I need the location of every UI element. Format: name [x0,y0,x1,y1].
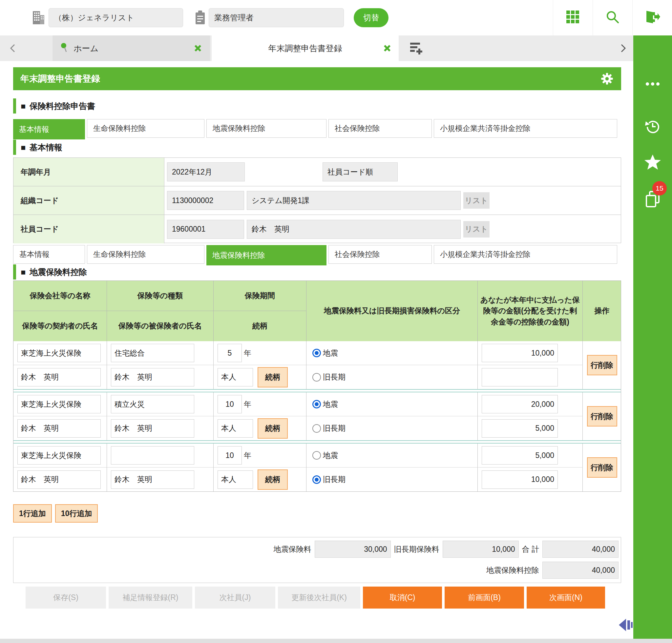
role-icon [194,10,206,26]
insured-input[interactable] [111,368,194,387]
kind-input[interactable] [111,446,194,464]
amount-earthquake-input[interactable] [482,344,558,362]
tab-basic-info-bottom[interactable]: 基本情報 [13,245,85,264]
tab-scroll-right-icon[interactable] [620,43,627,54]
delete-row-button[interactable]: 行削除 [587,406,617,426]
amount-old-input[interactable] [482,419,558,438]
emp-name-value: 鈴木 英明 [247,220,461,239]
company-input[interactable] [17,446,101,464]
kind-input[interactable] [111,395,194,413]
supplement-info-button[interactable]: 補足情報登録(R) [109,586,192,609]
search-icon [605,10,620,26]
more-options-icon[interactable] [633,81,672,87]
page-title-bar: 年末調整申告書登録 [13,67,621,90]
earthquake-radio[interactable] [312,400,321,409]
company-input[interactable] [17,395,101,413]
topbar: （株）ジェネラリスト 業務管理者 切替 [0,0,672,35]
period-input[interactable] [218,446,242,464]
earthquake-radio[interactable] [312,349,321,357]
collapse-arrow-icon[interactable] [618,618,633,633]
old-longterm-radio-label: 旧長期 [323,474,346,485]
amount-old-input[interactable] [482,368,558,387]
next-screen-button[interactable]: 次画面(N) [527,586,605,609]
relation-button[interactable]: 続柄 [257,367,288,387]
contractor-input[interactable] [17,419,101,438]
earthquake-radio[interactable] [312,451,321,460]
contractor-input[interactable] [17,471,101,489]
nencho-label: 年調年月 [13,158,164,186]
logout-button[interactable] [632,0,672,35]
apps-grid-button[interactable] [553,0,592,35]
relation-button[interactable]: 続柄 [257,418,288,439]
add-tab-icon[interactable] [409,42,424,57]
row-divider [13,389,621,392]
insured-input[interactable] [111,471,194,489]
tab-small-business-top[interactable]: 小規模企業共済等掛金控除 [434,119,617,138]
tab-earthquake-insurance-bottom[interactable]: 地震保険料控除 [206,245,326,265]
tab-home[interactable]: ホーム [52,35,210,61]
tab-small-business-bottom[interactable]: 小規模企業共済等掛金控除 [434,245,617,264]
tab-social-insurance-bottom[interactable]: 社会保険控除 [328,245,432,264]
section-basic-info-label: 基本情報 [29,142,62,153]
relation-input[interactable] [218,419,253,438]
copy-pages-icon[interactable] [633,190,672,209]
tab-current-close-icon[interactable] [383,44,392,52]
cancel-button[interactable]: 取消(C) [363,586,442,609]
year-suffix: 年 [244,450,251,461]
amount-old-input[interactable] [482,471,558,489]
tab-social-insurance-top[interactable]: 社会保険控除 [328,119,432,138]
building-icon [32,10,46,26]
table-row-group: 年 地震 行削除 続柄 旧長期 [13,444,621,492]
role-field[interactable]: 業務管理者 [209,8,344,27]
tab-life-insurance-top[interactable]: 生命保険料控除 [87,119,204,138]
old-longterm-radio[interactable] [312,475,321,484]
insured-input[interactable] [111,419,194,438]
pin-icon [60,43,68,54]
relation-input[interactable] [218,368,253,387]
tab-home-close-icon[interactable] [194,44,202,52]
add-one-row-button[interactable]: 1行追加 [13,504,52,523]
period-input[interactable] [218,395,242,413]
switch-button[interactable]: 切替 [354,8,388,27]
prev-screen-button[interactable]: 前画面(B) [445,586,524,609]
tab-scroll-left-icon[interactable] [9,43,16,54]
main-content: 年末調整申告書登録 ■ 保険料控除申告書 基本情報 生命保険料控除 地震保険料控… [0,61,633,643]
gear-icon[interactable] [600,72,614,86]
delete-row-button[interactable]: 行削除 [587,457,617,478]
relation-button[interactable]: 続柄 [257,470,288,490]
delete-row-button[interactable]: 行削除 [587,355,617,375]
kind-input[interactable] [111,344,194,362]
tab-earthquake-insurance-top[interactable]: 地震保険料控除 [206,119,326,138]
update-next-employee-button[interactable]: 更新後次社員(K) [278,586,360,609]
search-button[interactable] [592,0,632,35]
org-code-label: 組織コード [13,186,164,215]
topbar-icons [553,0,672,35]
amount-earthquake-input[interactable] [482,446,558,464]
tab-home-label: ホーム [73,43,98,54]
old-longterm-radio[interactable] [312,424,321,433]
period-input[interactable] [218,344,242,362]
nencho-value: 2022年12月 [167,162,245,181]
add-ten-rows-button[interactable]: 10行追加 [55,504,98,523]
form-row-org: 組織コード 1130000002 システム開発1課 リスト [13,186,621,215]
contractor-input[interactable] [17,368,101,387]
header-category: 地震保険料又は旧長期損害保険料の区分 [307,281,478,341]
header-operation: 操作 [583,281,621,341]
save-button[interactable]: 保存(S) [26,586,106,609]
next-employee-button[interactable]: 次社員(J) [195,586,275,609]
emp-list-button[interactable]: リスト [463,221,490,238]
favorite-star-icon[interactable] [633,154,672,171]
form-row-emp: 社員コード 19600001 鈴木 英明 リスト [13,215,621,243]
relation-input[interactable] [218,471,253,489]
history-icon[interactable] [633,118,672,135]
old-longterm-radio[interactable] [312,373,321,381]
tab-life-insurance-bottom[interactable]: 生命保険料控除 [87,245,204,264]
company-field[interactable]: （株）ジェネラリスト [49,8,183,27]
tab-current[interactable]: 年末調整申告書登録 [212,35,399,61]
old-longterm-radio-label: 旧長期 [323,423,346,433]
company-input[interactable] [17,344,101,362]
org-list-button[interactable]: リスト [463,192,490,209]
tab-basic-info-top[interactable]: 基本情報 [13,119,85,139]
amount-earthquake-input[interactable] [482,395,558,413]
tabbar: ホーム 年末調整申告書登録 [0,35,672,61]
